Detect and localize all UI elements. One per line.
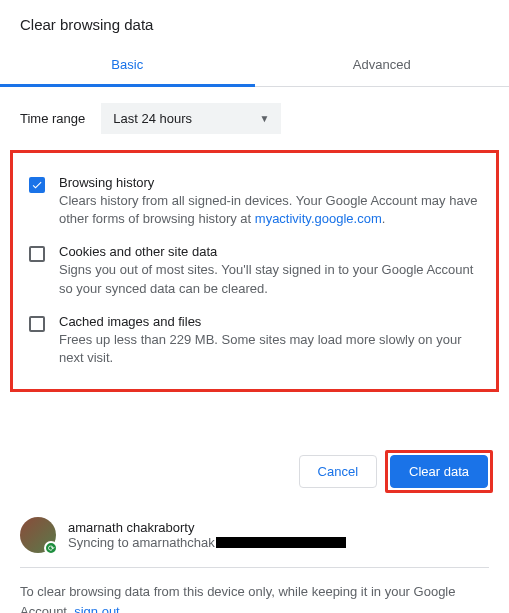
cancel-button[interactable]: Cancel <box>299 455 377 488</box>
option-cookies: Cookies and other site data Signs you ou… <box>25 236 484 305</box>
account-sync-status: Syncing to amarnathchak <box>68 535 346 550</box>
sync-badge-icon: ⟳ <box>44 541 58 555</box>
tab-basic[interactable]: Basic <box>0 45 255 87</box>
option-browsing-history: Browsing history Clears history from all… <box>25 167 484 236</box>
time-range-select[interactable]: Last 24 hours ▼ <box>101 103 281 134</box>
time-range-value: Last 24 hours <box>113 111 192 126</box>
avatar: ⟳ <box>20 517 56 553</box>
redacted-email <box>216 537 346 548</box>
options-highlight-box: Browsing history Clears history from all… <box>10 150 499 392</box>
account-row: ⟳ amarnath chakraborty Syncing to amarna… <box>0 509 509 567</box>
caret-down-icon: ▼ <box>259 113 269 124</box>
time-range-label: Time range <box>20 111 85 126</box>
option-title: Cached images and files <box>59 314 480 329</box>
dialog-title: Clear browsing data <box>0 0 509 45</box>
account-name: amarnath chakraborty <box>68 520 346 535</box>
tabs: Basic Advanced <box>0 45 509 87</box>
checkbox-browsing-history[interactable] <box>29 177 45 193</box>
clear-button-highlight: Clear data <box>385 450 493 493</box>
option-desc: Signs you out of most sites. You'll stay… <box>59 261 480 297</box>
option-title: Cookies and other site data <box>59 244 480 259</box>
tab-advanced[interactable]: Advanced <box>255 45 510 86</box>
checkbox-cache[interactable] <box>29 316 45 332</box>
sign-out-link[interactable]: sign out <box>74 604 120 613</box>
option-desc: Frees up less than 229 MB. Some sites ma… <box>59 331 480 367</box>
option-title: Browsing history <box>59 175 480 190</box>
option-cache: Cached images and files Frees up less th… <box>25 306 484 375</box>
footer-note: To clear browsing data from this device … <box>0 568 509 613</box>
myactivity-link[interactable]: myactivity.google.com <box>255 211 382 226</box>
clear-data-button[interactable]: Clear data <box>390 455 488 488</box>
option-desc: Clears history from all signed-in device… <box>59 192 480 228</box>
checkbox-cookies[interactable] <box>29 246 45 262</box>
